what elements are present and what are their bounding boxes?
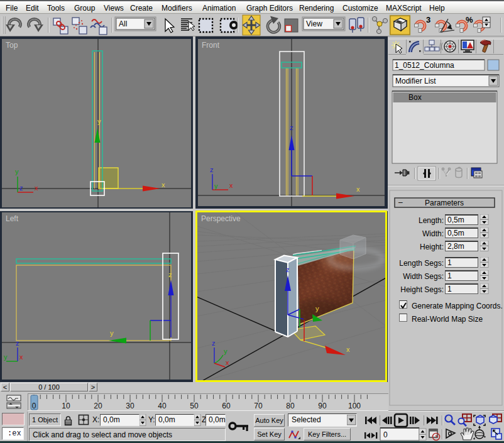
svg-text:y: y xyxy=(110,329,114,337)
svg-text:50: 50 xyxy=(190,402,199,410)
svg-text:x: x xyxy=(226,359,229,366)
svg-text:80: 80 xyxy=(286,402,295,410)
svg-text:3: 3 xyxy=(426,15,430,25)
svg-text:All: All xyxy=(119,19,127,28)
svg-text:%: % xyxy=(466,15,473,25)
svg-text:30: 30 xyxy=(126,402,134,410)
svg-text:y: y xyxy=(224,347,227,355)
svg-text:z: z xyxy=(212,339,216,347)
svg-text:x: x xyxy=(35,184,38,192)
svg-text:60: 60 xyxy=(222,402,231,410)
svg-text:y: y xyxy=(214,182,218,190)
svg-text:View: View xyxy=(306,19,322,28)
svg-text:x: x xyxy=(229,182,233,189)
svg-text:0: 0 xyxy=(383,430,388,439)
svg-text:z: z xyxy=(210,166,214,173)
svg-text:100: 100 xyxy=(348,402,361,410)
svg-text:x: x xyxy=(356,185,360,193)
svg-text:10: 10 xyxy=(62,402,70,410)
svg-text:z: z xyxy=(290,124,293,131)
svg-text:z: z xyxy=(168,271,172,278)
svg-text:70: 70 xyxy=(254,402,263,410)
svg-text:20: 20 xyxy=(94,402,102,410)
svg-text:z: z xyxy=(19,184,23,192)
svg-text:y: y xyxy=(97,118,101,125)
svg-text:z: z xyxy=(16,339,19,347)
svg-text:y: y xyxy=(4,353,8,361)
svg-text:x: x xyxy=(19,353,23,361)
svg-text:0: 0 xyxy=(32,402,36,410)
svg-text:90: 90 xyxy=(318,402,327,410)
svg-text:x: x xyxy=(162,181,165,189)
svg-text:z: z xyxy=(286,266,290,273)
svg-text:y: y xyxy=(15,168,19,175)
svg-text:40: 40 xyxy=(158,402,167,410)
svg-text:y: y xyxy=(315,305,319,312)
svg-text:x: x xyxy=(346,346,350,353)
